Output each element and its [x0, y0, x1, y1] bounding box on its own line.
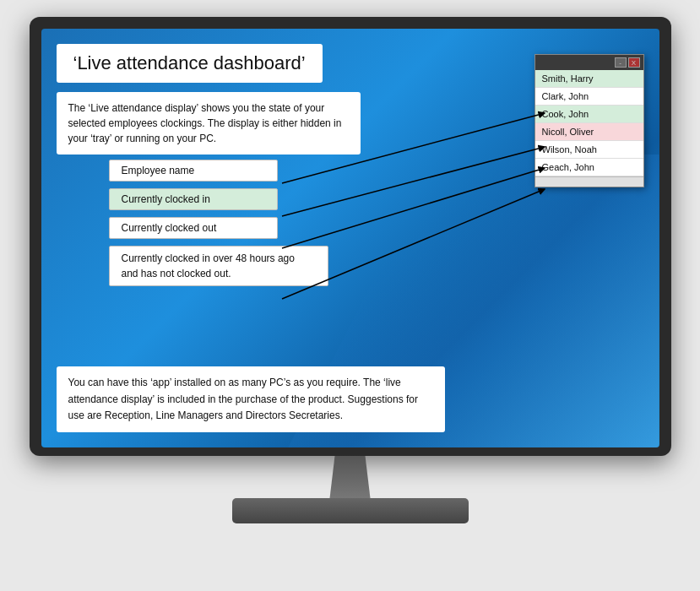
monitor-neck	[325, 456, 376, 498]
monitor-base	[232, 498, 469, 523]
legend-area: Employee name Currently clocked in Curre…	[109, 160, 328, 293]
employee-name-wilson: Wilson, Noah	[542, 144, 597, 155]
employee-name-cook: Cook, John	[542, 109, 589, 119]
screen: ‘Live attendance dashboard’ The ‘Live at…	[41, 29, 659, 447]
legend-label-clocked-in: Currently clocked in	[122, 193, 210, 205]
legend-label-clocked-out: Currently clocked out	[122, 222, 217, 234]
bottom-text-box: You can have this ‘app’ installed on as …	[57, 366, 445, 432]
legend-clocked-in: Currently clocked in	[109, 188, 278, 210]
employee-name-geach: Geach, John	[542, 162, 594, 172]
employee-name-smith: Smith, Harry	[542, 73, 594, 84]
legend-label-over-48: Currently clocked in over 48 hours agoan…	[122, 252, 295, 279]
employee-name-clark: Clark, John	[542, 91, 589, 101]
legend-over-48: Currently clocked in over 48 hours agoan…	[109, 246, 328, 286]
monitor-outer: ‘Live attendance dashboard’ The ‘Live at…	[30, 17, 671, 456]
mini-attendance-window[interactable]: - X Smith, Harry Clark, John Cook, John …	[534, 54, 644, 187]
legend-clocked-out: Currently clocked out	[109, 217, 278, 239]
mini-titlebar: - X	[535, 55, 643, 70]
description-box: The ‘Live attendance display’ shows you …	[57, 92, 361, 155]
employee-row-cook: Cook, John	[535, 106, 643, 123]
employee-row-smith: Smith, Harry	[535, 70, 643, 88]
minimize-button[interactable]: -	[615, 57, 627, 68]
legend-label-employee: Employee name	[122, 165, 195, 176]
employee-row-geach: Geach, John	[535, 159, 643, 176]
employee-row-nicoll: Nicoll, Oliver	[535, 123, 643, 141]
close-button[interactable]: X	[628, 57, 640, 68]
employee-row-clark: Clark, John	[535, 88, 643, 106]
mini-footer	[535, 176, 643, 187]
employee-row-wilson: Wilson, Noah	[535, 141, 643, 159]
bottom-text: You can have this ‘app’ installed on as …	[68, 377, 419, 420]
employee-name-nicoll: Nicoll, Oliver	[542, 127, 594, 137]
monitor-bezel: ‘Live attendance dashboard’ The ‘Live at…	[41, 29, 659, 447]
monitor-wrapper: ‘Live attendance dashboard’ The ‘Live at…	[21, 17, 680, 574]
title-box: ‘Live attendance dashboard’	[57, 44, 323, 83]
description-text: The ‘Live attendance display’ shows you …	[68, 102, 342, 144]
legend-employee-name: Employee name	[109, 160, 278, 182]
dashboard-title: ‘Live attendance dashboard’	[73, 52, 306, 74]
